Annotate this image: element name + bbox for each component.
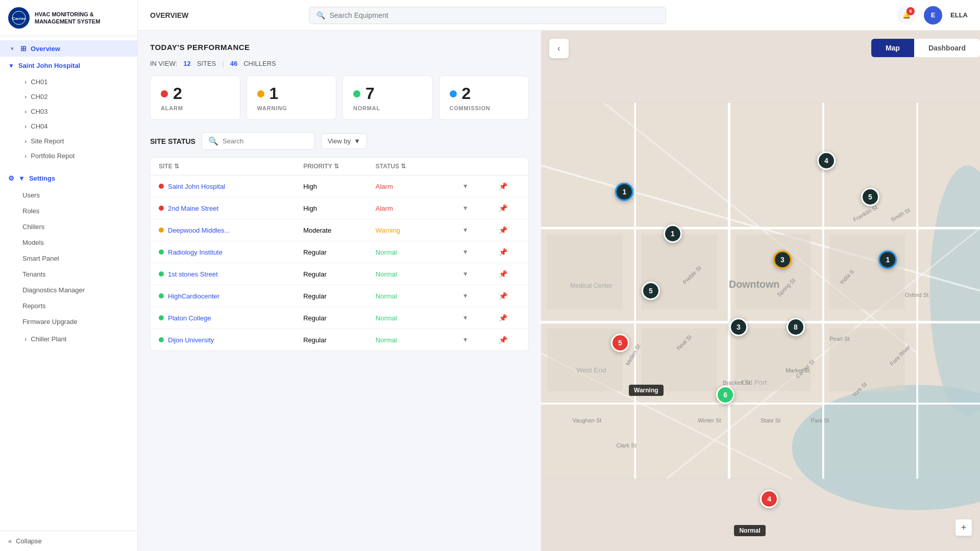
expand-btn-6[interactable]: ▼: [462, 314, 469, 321]
map-marker-11[interactable]: 4: [760, 490, 778, 508]
hospital-group[interactable]: ▼ Saint John Hospital: [0, 57, 137, 74]
site-name-3[interactable]: Radiology Institute: [159, 248, 303, 256]
chiller-ch03[interactable]: › CH03: [16, 104, 137, 119]
status-7: Normal: [376, 336, 462, 344]
row-actions-2: ▼: [462, 227, 499, 234]
col-expand: [462, 163, 499, 170]
site-dot-1: [159, 206, 164, 211]
site-name-4[interactable]: 1st stones Street: [159, 270, 303, 278]
pin-btn-2[interactable]: 📌: [499, 226, 507, 234]
row-actions-4: ▼: [462, 270, 499, 278]
settings-users[interactable]: Users: [0, 187, 137, 203]
expand-btn-7[interactable]: ▼: [462, 336, 469, 343]
site-name-2[interactable]: Deepwood Middles...: [159, 227, 303, 234]
settings-reports[interactable]: Reports: [0, 298, 137, 314]
site-search-input[interactable]: [223, 137, 308, 145]
chiller-plant-chevron: ›: [24, 335, 27, 343]
stat-alarm: 2 ALARM: [150, 76, 240, 120]
map-marker-7[interactable]: 3: [773, 251, 792, 269]
settings-icon: ⚙: [8, 174, 14, 182]
svg-rect-18: [736, 234, 811, 309]
dashboard-tab[interactable]: Dashboard: [914, 39, 980, 57]
pin-btn-5[interactable]: 📌: [499, 292, 507, 300]
viewby-label: View by: [328, 137, 351, 145]
site-name-6[interactable]: Platon College: [159, 314, 303, 322]
site-report[interactable]: › Site Report: [16, 134, 137, 148]
in-view-row: IN VIEW: 12 SITES | 46 CHILLERS: [150, 60, 529, 67]
commission-label: COMMISSION: [450, 105, 519, 111]
stat-warning: 1 WARNING: [247, 76, 337, 120]
map-marker-8[interactable]: 4: [817, 152, 836, 170]
overview-label: Overview: [31, 45, 60, 53]
chiller-plant[interactable]: › Chiller Plant: [16, 332, 137, 346]
row-actions-6: ▼: [462, 314, 499, 321]
expand-btn-4[interactable]: ▼: [462, 270, 469, 278]
settings-smart-panel[interactable]: Smart Panel: [0, 251, 137, 266]
site-report-chevron: ›: [24, 137, 27, 145]
map-marker-2[interactable]: 5: [642, 282, 660, 300]
search-input[interactable]: [329, 11, 658, 19]
warning-value: 1: [257, 84, 326, 103]
site-name-7[interactable]: Dijon University: [159, 336, 303, 344]
search-icon: 🔍: [316, 11, 325, 19]
map-marker-6[interactable]: 8: [787, 318, 805, 336]
expand-btn-5[interactable]: ▼: [462, 292, 469, 299]
expand-btn-1[interactable]: ▼: [462, 205, 469, 212]
pin-btn-7[interactable]: 📌: [499, 336, 507, 344]
site-status-header: SITE STATUS 🔍 View by ▼: [150, 132, 529, 150]
collapse-button[interactable]: « Collapse: [0, 531, 137, 551]
site-name-0[interactable]: Saint John Hospital: [159, 183, 303, 190]
portfolio-report[interactable]: › Portfolio Repot: [16, 148, 137, 163]
settings-section: ⚙ ▼ Settings Users Roles Chillers Models…: [0, 167, 137, 332]
site-dot-6: [159, 315, 164, 320]
notification-button[interactable]: 🔔 6: [897, 6, 916, 24]
chiller-ch02[interactable]: › CH02: [16, 89, 137, 104]
map-marker-10[interactable]: 1: [878, 251, 897, 269]
chiller-ch01[interactable]: › CH01: [16, 74, 137, 89]
map-marker-5[interactable]: 6: [716, 386, 734, 404]
status-0: Alarm: [376, 183, 462, 190]
col-status: STATUS ⇅: [376, 163, 462, 170]
svg-text:Clark St: Clark St: [616, 442, 636, 448]
user-avatar[interactable]: E: [924, 6, 942, 24]
svg-text:Oxford St: Oxford St: [905, 292, 929, 298]
settings-diagnostics[interactable]: Diagnostics Manager: [0, 282, 137, 298]
chiller-plant-label: Chiller Plant: [31, 335, 66, 343]
svg-text:Medical Center: Medical Center: [570, 282, 612, 289]
site-name-5[interactable]: HighCardiocenter: [159, 292, 303, 300]
settings-roles[interactable]: Roles: [0, 203, 137, 219]
map-zoom-in-button[interactable]: +: [955, 519, 972, 536]
settings-firmware[interactable]: Firmware Upgrade: [0, 314, 137, 330]
map-marker-1[interactable]: 1: [664, 224, 682, 243]
pin-btn-3[interactable]: 📌: [499, 248, 507, 256]
expand-btn-0[interactable]: ▼: [462, 183, 469, 190]
status-4: Normal: [376, 270, 462, 278]
normal-label: NORMAL: [353, 105, 422, 111]
map-marker-0[interactable]: 1: [615, 183, 633, 201]
site-name-1[interactable]: 2nd Maine Street: [159, 205, 303, 212]
site-table: SITE ⇅ PRIORITY ⇅ STATUS ⇅ Saint John Ho…: [150, 157, 529, 351]
settings-tenants[interactable]: Tenants: [0, 266, 137, 282]
svg-text:West End: West End: [576, 366, 606, 374]
pin-btn-4[interactable]: 📌: [499, 270, 507, 278]
map-marker-9[interactable]: 5: [861, 188, 879, 206]
map-marker-4[interactable]: 5: [611, 334, 629, 352]
map-back-button[interactable]: ‹: [549, 39, 569, 58]
pin-btn-6[interactable]: 📌: [499, 314, 507, 322]
viewby-chevron: ▼: [354, 137, 360, 145]
map-tab[interactable]: Map: [871, 39, 914, 57]
map-marker-3[interactable]: 3: [729, 318, 748, 336]
normal-badge: Normal: [734, 525, 765, 536]
settings-header[interactable]: ⚙ ▼ Settings: [0, 169, 137, 187]
sidebar-overview[interactable]: ▼ ⊞ Overview: [0, 40, 137, 57]
commission-value: 2: [450, 84, 519, 103]
pin-btn-1[interactable]: 📌: [499, 204, 507, 212]
expand-btn-3[interactable]: ▼: [462, 248, 469, 256]
chiller-ch04[interactable]: › CH04: [16, 119, 137, 134]
pin-btn-0[interactable]: 📌: [499, 182, 507, 190]
view-by-button[interactable]: View by ▼: [321, 133, 367, 149]
settings-models[interactable]: Models: [0, 235, 137, 251]
settings-chillers[interactable]: Chillers: [0, 219, 137, 235]
expand-btn-2[interactable]: ▼: [462, 227, 469, 234]
svg-rect-23: [547, 234, 622, 309]
